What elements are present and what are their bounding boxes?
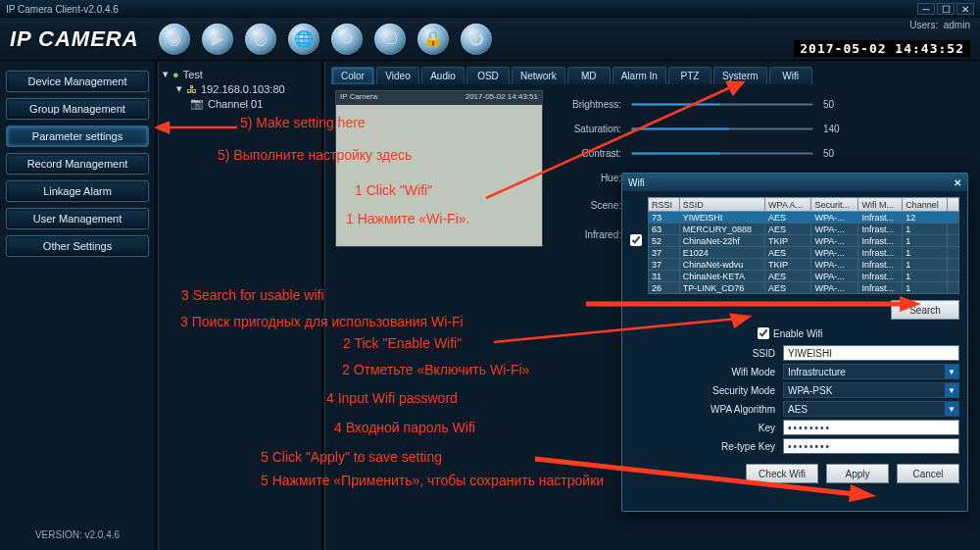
wifi-row[interactable]: 31ChinaNet-KETAAESWPA-...Infrast...1 bbox=[649, 271, 959, 282]
tab-systerm[interactable]: Systerm bbox=[713, 67, 767, 84]
wifi-networks-table[interactable]: RSSISSIDWPA A...Securit...Wifi M...Chann… bbox=[648, 197, 959, 294]
sidebar: Device ManagementGroup ManagementParamet… bbox=[0, 61, 155, 550]
tab-wifi[interactable]: Wifi bbox=[769, 67, 812, 84]
wifi-column-header[interactable]: SSID bbox=[679, 198, 764, 212]
tab-network[interactable]: Network bbox=[512, 67, 565, 84]
wifi-list-checkbox[interactable] bbox=[630, 234, 642, 246]
enable-wifi-label: Enable Wifi bbox=[773, 328, 823, 339]
tab-alarm in[interactable]: Alarm In bbox=[612, 67, 666, 84]
sidebar-item-other-settings[interactable]: Other Settings bbox=[6, 235, 149, 257]
slider-label: Saturation: bbox=[557, 124, 621, 134]
wifi-row[interactable]: 63MERCURY_0888AESWPA-...Infrast...1 bbox=[649, 224, 959, 235]
lock-icon[interactable]: 🔒 bbox=[417, 24, 449, 55]
camera-icon[interactable]: ◉ bbox=[159, 24, 190, 55]
tree-device[interactable]: ▾ 🖧 192.168.0.103:80 bbox=[163, 81, 318, 96]
select-label: Scene: bbox=[557, 200, 621, 211]
tree-channel[interactable]: 📷 Channel 01 bbox=[163, 96, 318, 111]
network-icon[interactable]: 🌐 bbox=[288, 24, 319, 55]
tree-collapse-icon[interactable]: ▾ bbox=[163, 68, 169, 80]
wifi-row[interactable]: 52ChinaNet-22hfTKIPWPA-...Infrast...1 bbox=[649, 235, 959, 247]
wifi-search-button[interactable]: Search bbox=[891, 300, 959, 320]
app-logo: IP CAMERA bbox=[10, 28, 139, 50]
tree-root[interactable]: ▾ ● Test bbox=[163, 67, 318, 81]
wifi-security-select[interactable]: WPA-PSK▼ bbox=[783, 382, 959, 398]
wifi-row[interactable]: 37ChinaNet-wdvuTKIPWPA-...Infrast...1 bbox=[649, 259, 959, 271]
tab-ptz[interactable]: PTZ bbox=[668, 67, 711, 84]
wifi-column-header[interactable]: WPA A... bbox=[765, 198, 811, 212]
wifi-key-input[interactable] bbox=[783, 420, 959, 435]
power-icon[interactable]: ⏻ bbox=[461, 24, 492, 55]
tab-osd[interactable]: OSD bbox=[466, 67, 510, 84]
slider-label: Hue: bbox=[557, 173, 621, 183]
window-maximize-button[interactable]: ☐ bbox=[937, 3, 955, 15]
select-label: Infrared: bbox=[557, 229, 621, 240]
slider-value: 140 bbox=[823, 124, 851, 134]
slider-label: Contrast: bbox=[557, 148, 621, 159]
slider-saturation[interactable] bbox=[631, 127, 813, 130]
tab-md[interactable]: MD bbox=[567, 67, 611, 84]
sidebar-item-user-management[interactable]: User Management bbox=[6, 208, 149, 229]
play-icon[interactable]: ▶ bbox=[202, 24, 233, 55]
check-wifi-button[interactable]: Check Wifi bbox=[746, 464, 818, 483]
wifi-column-header[interactable]: RSSI bbox=[649, 198, 680, 212]
device-tree: ▾ ● Test ▾ 🖧 192.168.0.103:80 📷 Channel … bbox=[159, 61, 321, 550]
slider-value: 50 bbox=[823, 148, 851, 159]
sidebar-item-parameter-settings[interactable]: Parameter settings bbox=[6, 125, 149, 147]
sidebar-item-record-management[interactable]: Record Management bbox=[6, 153, 149, 175]
wifi-column-header[interactable]: Securit... bbox=[811, 198, 858, 212]
window-titlebar: IP Camera Client-v2.0.4.6 ─ ☐ ✕ bbox=[0, 0, 980, 18]
wifi-mode-select[interactable]: Infrastructure▼ bbox=[783, 364, 959, 379]
tab-video[interactable]: Video bbox=[376, 67, 419, 84]
slider-contrast[interactable] bbox=[631, 152, 813, 155]
monitor-icon[interactable]: 🖵 bbox=[374, 24, 406, 55]
tab-audio[interactable]: Audio bbox=[421, 67, 465, 84]
wifi-dialog-close[interactable]: ✕ bbox=[954, 177, 961, 188]
window-title: IP Camera Client-v2.0.4.6 bbox=[6, 4, 119, 15]
version-label: VERSION: v2.0.4.6 bbox=[6, 522, 149, 550]
cancel-button[interactable]: Cancel bbox=[897, 464, 959, 483]
tree-collapse-icon[interactable]: ▾ bbox=[176, 82, 182, 95]
sidebar-item-linkage-alarm[interactable]: Linkage Alarm bbox=[6, 180, 149, 202]
clock: 2017-05-02 14:43:52 bbox=[794, 40, 970, 57]
wifi-algorithm-select[interactable]: AES▼ bbox=[783, 401, 959, 417]
scrollbar-icon[interactable] bbox=[948, 198, 959, 212]
settings-icon[interactable]: ⚙ bbox=[331, 24, 363, 55]
wifi-column-header[interactable]: Channel bbox=[903, 198, 948, 212]
wifi-column-header[interactable]: Wifi M... bbox=[858, 198, 903, 212]
current-user: Users: admin bbox=[909, 20, 970, 30]
window-close-button[interactable]: ✕ bbox=[956, 3, 974, 15]
wifi-retype-key-input[interactable] bbox=[783, 438, 959, 454]
window-minimize-button[interactable]: ─ bbox=[917, 3, 935, 15]
wifi-ssid-input[interactable] bbox=[783, 345, 959, 361]
wifi-row[interactable]: 26TP-LINK_CD76AESWPA-...Infrast...1 bbox=[649, 282, 959, 294]
slider-value: 50 bbox=[823, 99, 851, 110]
settings-tabs: ColorVideoAudioOSDNetworkMDAlarm InPTZSy… bbox=[325, 61, 980, 84]
wifi-dialog-title: Wifi ✕ bbox=[622, 174, 967, 191]
wifi-form: SSID Wifi Mode Infrastructure▼ Security … bbox=[630, 345, 959, 454]
record-icon[interactable]: ◎ bbox=[245, 24, 276, 55]
sidebar-item-device-management[interactable]: Device Management bbox=[6, 71, 149, 92]
slider-label: Brightness: bbox=[557, 99, 621, 110]
video-preview: IP Camera 2017-05-02 14:43:51 bbox=[335, 90, 543, 247]
wifi-row[interactable]: 37E1024AESWPA-...Infrast...1 bbox=[649, 247, 959, 259]
tab-color[interactable]: Color bbox=[331, 67, 374, 84]
apply-button[interactable]: Apply bbox=[826, 464, 889, 483]
wifi-dialog: Wifi ✕ RSSISSIDWPA A...Securit...Wifi M.… bbox=[621, 173, 968, 512]
enable-wifi-checkbox[interactable] bbox=[758, 327, 769, 339]
app-header: IP CAMERA ◉▶◎🌐⚙🖵🔒⏻ Users: admin 2017-05-… bbox=[0, 18, 980, 61]
slider-brightness[interactable] bbox=[631, 103, 813, 106]
wifi-row[interactable]: 73YIWEISHIAESWPA-...Infrast...12 bbox=[649, 212, 959, 224]
sidebar-item-group-management[interactable]: Group Management bbox=[6, 98, 149, 120]
